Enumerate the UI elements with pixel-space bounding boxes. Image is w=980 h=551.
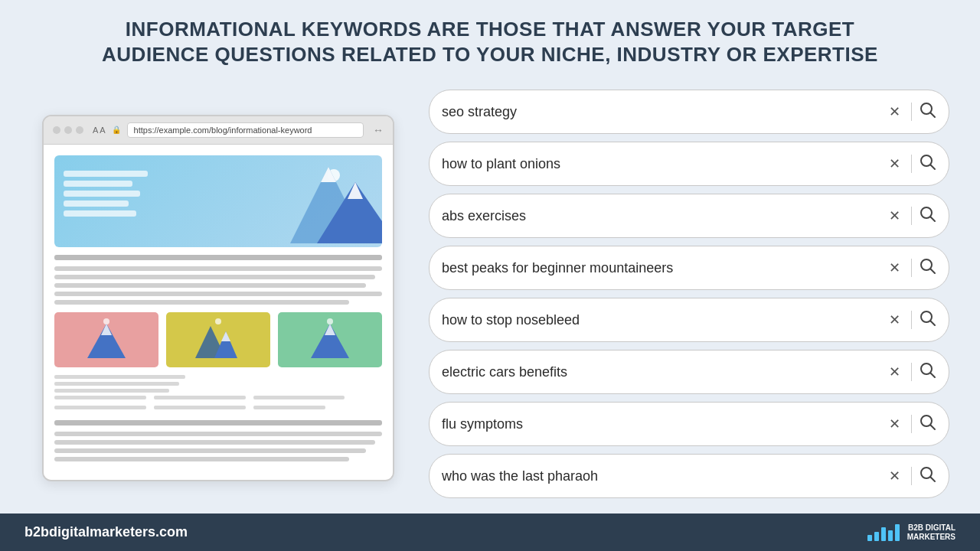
left-panel: A A 🔒 https://example.com/blog/informati…: [31, 82, 406, 506]
hero-line-3: [64, 191, 140, 197]
thumbnail-1: [54, 312, 158, 367]
search-bar-8[interactable]: who was the last pharaoh✕: [429, 454, 949, 498]
small-col-4: [54, 406, 146, 409]
footer-url: b2bdigitalmarketers.com: [24, 524, 188, 540]
search-icon-7[interactable]: [920, 414, 936, 435]
bottom-line-4: [54, 457, 349, 461]
footer-logo: B2B DIGITAL MARKETERS: [867, 523, 956, 542]
footer-bar-5: [895, 524, 900, 541]
close-icon-1[interactable]: ✕: [886, 100, 903, 123]
search-bar-5[interactable]: how to stop nosebleed✕: [429, 298, 949, 342]
svg-marker-10: [325, 324, 335, 335]
small-col-5: [154, 406, 246, 409]
browser-nav-arrows[interactable]: ↔: [373, 124, 384, 136]
search-divider-7: [911, 415, 912, 433]
content-line-1: [54, 266, 382, 271]
footer-bar-chart: [867, 524, 900, 541]
search-text-7: flu symptoms: [442, 416, 878, 432]
content-line-2: [54, 275, 375, 279]
search-icon-5[interactable]: [920, 310, 936, 331]
browser-dot-green: [76, 126, 83, 134]
bottom-line-3: [54, 448, 366, 453]
search-divider-5: [911, 311, 912, 329]
hero-mountains: [244, 159, 382, 247]
hero-line-2: [64, 181, 132, 187]
svg-line-24: [931, 425, 936, 429]
close-icon-3[interactable]: ✕: [886, 204, 903, 227]
search-divider-8: [911, 467, 912, 485]
thumb-dot-1: [103, 318, 109, 324]
search-text-1: seo strategy: [442, 104, 878, 120]
browser-hero-image: [54, 155, 382, 247]
browser-dot-yellow: [64, 126, 72, 134]
svg-line-26: [931, 477, 936, 481]
svg-line-18: [931, 269, 936, 273]
search-text-5: how to stop nosebleed: [442, 312, 878, 328]
small-line-3: [54, 389, 169, 393]
content-lines-top: [54, 266, 382, 305]
browser-dots: [53, 126, 83, 134]
content-lines-mid: [54, 375, 382, 412]
search-divider-4: [911, 259, 912, 277]
bottom-line-1: [54, 432, 382, 436]
footer-logo-text: B2B DIGITAL MARKETERS: [907, 523, 956, 542]
close-icon-8[interactable]: ✕: [886, 465, 903, 487]
thumbnails-row: [54, 312, 382, 367]
main-content: A A 🔒 https://example.com/blog/informati…: [0, 67, 980, 514]
search-divider-1: [911, 103, 912, 121]
svg-marker-8: [221, 331, 230, 341]
search-divider-6: [911, 363, 912, 381]
hero-line-4: [64, 201, 129, 207]
search-bar-2[interactable]: how to plant onions✕: [429, 142, 949, 186]
search-divider-2: [911, 155, 912, 173]
bottom-line-2: [54, 440, 375, 445]
close-icon-6[interactable]: ✕: [886, 360, 903, 383]
close-icon-5[interactable]: ✕: [886, 308, 903, 331]
search-divider-3: [911, 207, 912, 225]
search-text-4: best peaks for beginner mountaineers: [442, 260, 878, 276]
footer-bar-3: [881, 527, 886, 541]
lock-icon: 🔒: [112, 126, 121, 134]
search-bar-3[interactable]: abs exercises✕: [429, 194, 949, 238]
search-text-3: abs exercises: [442, 208, 878, 224]
small-line-1: [54, 375, 185, 379]
search-icon-3[interactable]: [920, 206, 936, 227]
browser-dot-red: [53, 126, 60, 134]
svg-line-12: [931, 112, 936, 117]
search-text-2: how to plant onions: [442, 156, 878, 172]
content-lines-bottom: [54, 432, 382, 461]
close-icon-4[interactable]: ✕: [886, 256, 903, 279]
search-icon-8[interactable]: [920, 466, 936, 487]
content-line-5: [54, 300, 349, 305]
search-bar-4[interactable]: best peaks for beginner mountaineers✕: [429, 246, 949, 290]
svg-marker-2: [321, 167, 336, 182]
browser-url-bar[interactable]: https://example.com/blog/informational-k…: [127, 122, 364, 138]
footer-bar-4: [888, 530, 893, 541]
thumbnail-2: [166, 312, 270, 367]
close-icon-7[interactable]: ✕: [886, 412, 903, 435]
browser-toolbar: A A 🔒 https://example.com/blog/informati…: [44, 116, 393, 145]
separator-2: [54, 420, 382, 425]
search-icon-2[interactable]: [920, 154, 936, 174]
small-col-1: [54, 396, 146, 399]
search-bar-1[interactable]: seo strategy✕: [429, 90, 949, 134]
search-text-6: electric cars benefits: [442, 364, 878, 380]
footer-bar-1: [867, 535, 872, 541]
content-line-3: [54, 283, 366, 288]
svg-line-16: [931, 217, 936, 221]
search-text-8: who was the last pharaoh: [442, 468, 878, 484]
title-section: INFORMATIONAL KEYWORDS ARE THOSE THAT AN…: [0, 0, 980, 67]
svg-line-22: [931, 373, 936, 377]
content-line-4: [54, 292, 382, 296]
hero-line-5: [64, 210, 136, 217]
small-col-3: [253, 396, 345, 399]
thumbnail-3: [278, 312, 382, 367]
search-icon-6[interactable]: [920, 362, 936, 383]
search-icon-1[interactable]: [920, 102, 936, 122]
close-icon-2[interactable]: ✕: [886, 152, 903, 175]
hero-text-lines: [64, 171, 148, 217]
search-icon-4[interactable]: [920, 258, 936, 279]
search-bar-6[interactable]: electric cars benefits✕: [429, 350, 949, 394]
page-title: INFORMATIONAL KEYWORDS ARE THOSE THAT AN…: [31, 17, 949, 67]
search-bar-7[interactable]: flu symptoms✕: [429, 402, 949, 446]
